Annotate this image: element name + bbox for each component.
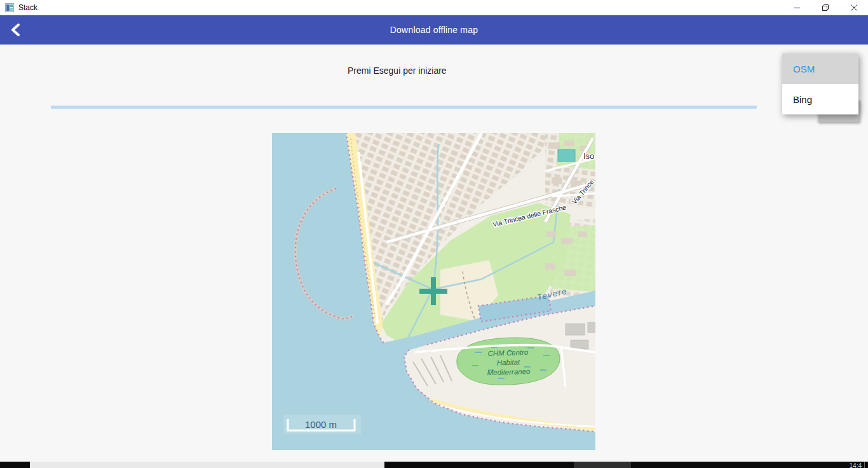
- dropdown-item-osm[interactable]: OSM: [782, 53, 858, 84]
- restore-icon: [822, 4, 829, 11]
- map-preview[interactable]: Via Trincea delle Frasche Via Trince Iso…: [272, 133, 595, 450]
- scale-bar: 1000 m: [283, 415, 361, 434]
- back-button[interactable]: [5, 18, 28, 41]
- svg-text:CHM Centro: CHM Centro: [487, 348, 529, 357]
- restore-button[interactable]: [811, 0, 839, 15]
- taskbar: 14:4: [0, 462, 868, 468]
- map-pool: [558, 149, 575, 162]
- svg-text:Mediterraneo: Mediterraneo: [487, 368, 531, 376]
- window-titlebar: Stack: [0, 0, 868, 15]
- map-source-dropdown: OSM Bing: [782, 53, 858, 114]
- app-header: Download offline map: [0, 15, 868, 45]
- close-icon: [850, 4, 858, 11]
- back-chevron-icon: [10, 22, 24, 38]
- dropdown-item-bing[interactable]: Bing: [782, 84, 858, 114]
- map-green-right: [550, 225, 595, 292]
- instruction-text: Premi Esegui per iniziare: [348, 65, 447, 76]
- progress-bar: [51, 106, 757, 109]
- minimize-button[interactable]: [782, 0, 811, 15]
- svg-text:Habitat: Habitat: [497, 358, 521, 366]
- scale-bar-label: 1000 m: [305, 419, 337, 430]
- page-title: Download offline map: [0, 25, 868, 35]
- window-title: Stack: [18, 3, 782, 12]
- taskbar-segment-light: [30, 462, 384, 468]
- map-canvas: Via Trincea delle Frasche Via Trince Iso…: [272, 133, 595, 450]
- map-place-label: Iso: [583, 151, 594, 161]
- minimize-icon: [793, 4, 801, 11]
- close-button[interactable]: [839, 0, 868, 15]
- taskbar-clock: 14:4: [850, 462, 862, 468]
- taskbar-divider: [864, 462, 865, 468]
- app-icon: [5, 3, 14, 12]
- window-controls: [782, 0, 868, 15]
- taskbar-segment-dark: [574, 462, 631, 468]
